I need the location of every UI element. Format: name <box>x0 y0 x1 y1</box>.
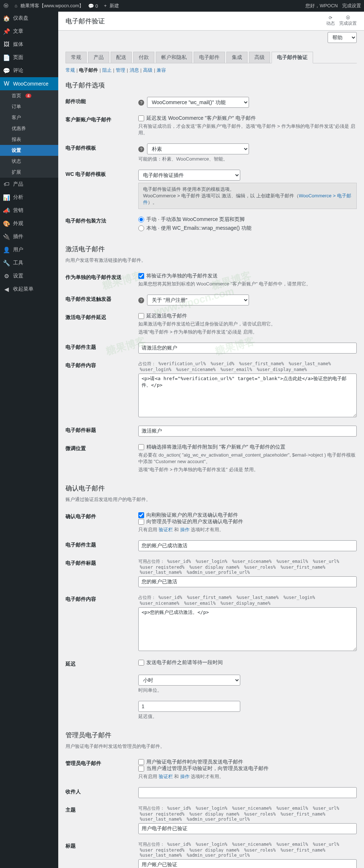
activity-link[interactable]: ⟳动态 <box>326 15 335 27</box>
section-admin: 管理员电子邮件 <box>66 731 357 739</box>
activation-subject-input[interactable] <box>138 343 357 354</box>
menu-pages[interactable]: 📄页面 <box>0 51 58 64</box>
submenu-settings[interactable]: 设置 <box>0 145 58 156</box>
section-confirmation: 确认电子邮件 <box>66 484 357 493</box>
admin-manual-checkbox[interactable] <box>138 766 144 772</box>
page-title: 电子邮件验证 <box>66 17 105 25</box>
wrap-manual-radio[interactable] <box>138 217 144 222</box>
site-link[interactable]: ⌂ 糖果博客【www.wpocn.com】 <box>13 3 84 9</box>
submenu-home[interactable]: 首页4 <box>0 90 58 101</box>
confirm-admin-checkbox[interactable] <box>138 519 144 525</box>
sub-nav-0[interactable]: 常规 <box>66 67 75 73</box>
confirm-user-checkbox[interactable] <box>138 512 144 518</box>
section-activation: 激活电子邮件 <box>66 245 357 253</box>
delay-new-account-checkbox[interactable] <box>138 115 144 121</box>
nav-tab-7[interactable]: 高级 <box>249 52 270 63</box>
admin-email-checkbox[interactable] <box>138 759 144 765</box>
confirm-content-textarea[interactable]: <p>您的账户已成功激活。</p> <box>138 607 357 651</box>
sub-nav-6[interactable]: 兼容 <box>157 67 166 73</box>
menu-media[interactable]: 🖼媒体 <box>0 38 58 51</box>
submenu-status[interactable]: 状态 <box>0 156 58 167</box>
menu-analytics[interactable]: 📊分析 <box>0 191 58 204</box>
nav-tab-4[interactable]: 帐户和隐私 <box>156 52 192 63</box>
section-email-options: 电子邮件选项 <box>66 81 357 90</box>
submenu-extensions[interactable]: 扩展 <box>0 167 58 178</box>
admin-heading-input[interactable] <box>138 859 357 868</box>
email-trigger-select[interactable]: 关于 "用户注册" <box>147 295 249 305</box>
menu-plugins[interactable]: 🔌插件 <box>0 230 58 243</box>
setup-link[interactable]: 完成设置 <box>342 3 361 9</box>
menu-appearance[interactable]: 🎨外观 <box>0 217 58 230</box>
confirm-delay-checkbox[interactable] <box>138 660 144 666</box>
fine-tune-checkbox[interactable] <box>138 444 144 450</box>
new-link[interactable]: + 新建 <box>102 3 119 9</box>
activation-content-textarea[interactable]: <p>请<a href="%verification_url%" target=… <box>138 374 357 417</box>
email-template-select[interactable]: 朴素 <box>147 143 249 154</box>
wp-logo[interactable]: ⓦ <box>3 3 9 9</box>
admin-toolbar: ⓦ ⌂ 糖果博客【www.wpocn.com】 💬 0 + 新建 您好，WPOC… <box>0 0 364 12</box>
confirm-subject-input[interactable] <box>138 540 357 551</box>
sub-nav-5[interactable]: 高级 <box>143 67 153 73</box>
submenu-orders[interactable]: 订单 <box>0 101 58 112</box>
nav-tab-0[interactable]: 常规 <box>66 52 87 63</box>
help-icon: ? <box>138 100 144 106</box>
nav-tab-1[interactable]: 产品 <box>88 52 109 63</box>
menu-collapse[interactable]: ◀收起菜单 <box>0 283 58 296</box>
help-dropdown[interactable]: 帮助 <box>328 32 357 43</box>
sub-nav-3[interactable]: 管理 <box>116 67 125 73</box>
delay-value-input[interactable] <box>138 701 240 712</box>
nav-tabs: 常规产品配送付款帐户和隐私电子邮件集成高级电子邮件验证 <box>66 52 357 63</box>
submenu-customers[interactable]: 客户 <box>0 112 58 123</box>
activation-heading-input[interactable] <box>138 426 357 437</box>
action-link2[interactable]: 操作 <box>180 774 190 779</box>
nav-tab-5[interactable]: 电子邮件 <box>194 52 225 63</box>
wc-email-template-select[interactable]: 电子邮件验证插件 <box>138 170 240 181</box>
delay-unit-select[interactable]: 小时 <box>138 675 240 686</box>
menu-marketing[interactable]: 📣营销 <box>0 204 58 217</box>
send-separate-checkbox[interactable] <box>138 273 144 279</box>
menu-products[interactable]: 🏷产品 <box>0 178 58 191</box>
menu-woocommerce[interactable]: WWooCommerce 首页4 订单 客户 优惠券 报表 设置 状态 扩展 <box>0 77 58 178</box>
email-function-select[interactable]: WooCommerce "wc_mail()" 功能 <box>147 97 249 108</box>
verify-col-link[interactable]: 验证栏 <box>159 527 173 532</box>
admin-recipient-input[interactable] <box>138 787 357 798</box>
menu-users[interactable]: 👤用户 <box>0 243 58 256</box>
admin-subject-input[interactable] <box>138 823 357 834</box>
menu-dashboard[interactable]: 🏠仪表盘 <box>0 12 58 25</box>
confirm-heading-input[interactable] <box>138 576 357 587</box>
howdy-link[interactable]: 您好，WPOCN <box>305 3 338 9</box>
wrap-local-radio[interactable] <box>138 225 144 231</box>
nav-tab-3[interactable]: 付款 <box>133 52 154 63</box>
delay-activation-checkbox[interactable] <box>138 313 144 319</box>
admin-menu: 🏠仪表盘 📌文章 🖼媒体 📄页面 💬评论 WWooCommerce 首页4 订单… <box>0 12 58 868</box>
nav-tab-2[interactable]: 配送 <box>111 52 132 63</box>
menu-posts[interactable]: 📌文章 <box>0 25 58 38</box>
help-icon: ? <box>138 146 144 152</box>
menu-comments[interactable]: 💬评论 <box>0 64 58 77</box>
verify-col-link2[interactable]: 验证栏 <box>159 774 173 779</box>
wc-template-info: 电子邮件验证插件 将使用本页的模板选项。 WooCommerce > 电子邮件 … <box>138 183 357 209</box>
nav-tab-8[interactable]: 电子邮件验证 <box>272 52 313 63</box>
submenu-coupons[interactable]: 优惠券 <box>0 123 58 134</box>
help-icon: ? <box>138 297 144 303</box>
sub-nav: 常规|电子邮件|阻止|管理|消息|高级|兼容 <box>66 67 357 74</box>
nav-tab-6[interactable]: 集成 <box>226 52 248 63</box>
menu-tools[interactable]: 🔧工具 <box>0 256 58 269</box>
menu-settings[interactable]: ⚙设置 <box>0 269 58 283</box>
submenu-reports[interactable]: 报表 <box>0 134 58 145</box>
content-area: 糖果博客 糖果博客 www.wpocn.com 糖果博客 糖果博客 电子邮件验证… <box>58 12 364 868</box>
sub-nav-4[interactable]: 消息 <box>130 67 139 73</box>
setup-link2[interactable]: ⦿完成设置 <box>339 15 357 27</box>
action-link[interactable]: 操作 <box>180 527 190 532</box>
comments-link[interactable]: 💬 0 <box>88 3 98 9</box>
sub-nav-2[interactable]: 阻止 <box>102 67 112 73</box>
sub-nav-1[interactable]: 电子邮件 <box>79 67 98 73</box>
